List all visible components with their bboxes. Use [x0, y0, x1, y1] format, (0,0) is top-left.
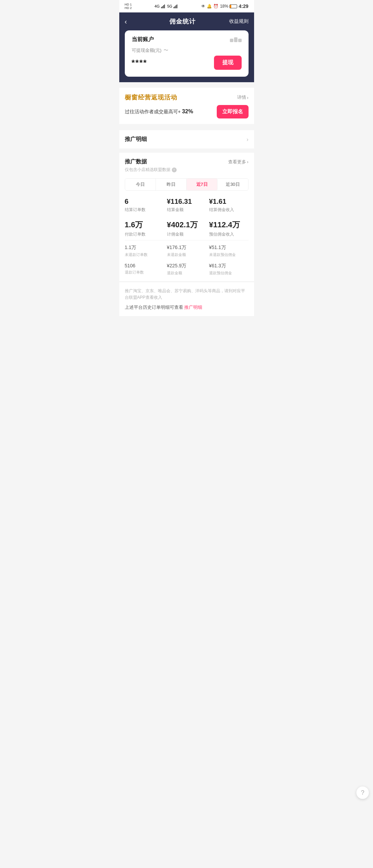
account-label: 当前账户 [132, 36, 154, 43]
chevron-right-icon: › [247, 159, 248, 164]
promo-text: 过往活动作者成交最高可+ 32% [125, 108, 193, 115]
tab-yesterday[interactable]: 昨日 [156, 179, 187, 190]
stat-item-4: ¥402.1万 计佣金额 [167, 220, 206, 237]
nav-bar: ‹ 佣金统计 收益规则 [119, 12, 254, 30]
sub-stat-value-2: ¥51.1万 [209, 245, 249, 251]
stat-item-1: ¥116.31 结算金额 [167, 198, 206, 213]
divider-2 [119, 127, 254, 130]
svg-rect-5 [175, 6, 175, 8]
tab-7days[interactable]: 近7日 [187, 179, 217, 190]
sub-stat-value-1: ¥176.1万 [167, 245, 206, 251]
sub-stat-item-3: 5106 退款订单数 [125, 263, 164, 276]
stats-grid: 6 结算订单数 ¥116.31 结算金额 ¥1.61 结算佣金收入 1.6万 付… [125, 198, 249, 237]
promo-title: 橱窗经营返现活动 [125, 93, 177, 102]
footer-link-row: 上述平台历史订单明细可查看 推广明细 [125, 304, 249, 311]
svg-rect-6 [176, 5, 176, 8]
signal-bars-5g-icon [174, 4, 178, 8]
stats-tabs: 今日 昨日 近7日 近30日 [125, 178, 249, 191]
footer-note: 推广淘宝、京东、唯品会、苏宁易购、洋码头等商品，请到对应平台联盟APP查看收入 … [119, 282, 254, 316]
svg-rect-4 [174, 7, 174, 8]
sub-stat-label-0: 未退款订单数 [125, 252, 164, 257]
stat-value-0: 6 [125, 198, 164, 206]
stats-section: 推广数据 查看更多 › 仅包含小店精选联盟数据 ? 今日 昨日 近7日 近30日… [119, 153, 254, 281]
notification-icon: 🔔 [207, 4, 212, 9]
stat-label-1: 结算金额 [167, 207, 206, 213]
stat-value-3: 1.6万 [125, 220, 164, 230]
sub-stat-item-2: ¥51.1万 未退款预估佣金 [209, 245, 249, 257]
alarm-icon: ⏰ [213, 4, 218, 9]
hide-amount-icon[interactable]: 〜 [164, 47, 168, 54]
back-button[interactable]: ‹ [125, 18, 136, 26]
avatar-block-1 [230, 39, 233, 42]
stat-item-5: ¥112.4万 预估佣金收入 [209, 220, 249, 237]
stat-value-4: ¥402.1万 [167, 220, 206, 230]
chevron-right-icon: › [247, 95, 248, 100]
signal-info: 4G 5G [155, 4, 178, 8]
promo-detail-row[interactable]: 推广明细 › [119, 130, 254, 149]
sub-stat-value-5: ¥61.3万 [209, 263, 249, 269]
time: 4:29 [239, 3, 248, 9]
stat-value-5: ¥112.4万 [209, 220, 249, 230]
stats-title: 推广数据 [125, 158, 147, 165]
divider-1 [119, 82, 254, 85]
account-card: 当前账户 可提现金额(元) 〜 **** 提现 [119, 30, 254, 82]
sub-stat-item-0: 1.1万 未退款订单数 [125, 245, 164, 257]
svg-rect-7 [177, 4, 177, 8]
signal-bars-icon [161, 4, 166, 8]
status-bar: HD 1 HD 2 4G 5G 👁 🔔 ⏰ 18% 4:29 [119, 0, 254, 12]
svg-rect-3 [164, 4, 165, 8]
sub-stat-item-4: ¥225.9万 退款金额 [167, 263, 206, 276]
sub-stat-item-1: ¥176.1万 未退款金额 [167, 245, 206, 257]
promo-detail-link[interactable]: 推广明细 [184, 305, 202, 310]
stat-label-5: 预估佣金收入 [209, 231, 249, 237]
revenue-rules-button[interactable]: 收益规则 [229, 18, 249, 25]
promo-percent: 32% [182, 108, 193, 114]
tab-today[interactable]: 今日 [125, 179, 156, 190]
stat-label-3: 付款订单数 [125, 231, 164, 237]
avatar [230, 37, 242, 42]
eye-status-icon: 👁 [201, 4, 205, 9]
sub-stat-label-5: 退款预估佣金 [209, 270, 249, 276]
stat-item-2: ¥1.61 结算佣金收入 [209, 198, 249, 213]
page-title: 佣金统计 [169, 17, 196, 26]
stat-item-3: 1.6万 付款订单数 [125, 220, 164, 237]
battery-icon [230, 4, 237, 8]
amount-display: **** [132, 58, 147, 68]
sub-stat-label-4: 退款金额 [167, 270, 206, 276]
avatar-block-3 [238, 39, 242, 42]
divider-3 [119, 149, 254, 152]
sub-stat-value-3: 5106 [125, 263, 164, 268]
avatar-block-2 [234, 37, 237, 42]
stat-value-1: ¥116.31 [167, 198, 206, 206]
svg-rect-0 [161, 7, 162, 8]
stats-subtitle-text: 仅包含小店精选联盟数据 [125, 167, 170, 173]
promo-detail-label: 推广明细 [125, 136, 147, 143]
chevron-right-icon: › [246, 136, 248, 143]
sub-stat-value-4: ¥225.9万 [167, 263, 206, 269]
promo-detail-link[interactable]: 详情 › [237, 94, 248, 101]
promo-banner: 橱窗经营返现活动 详情 › 过往活动作者成交最高可+ 32% 立即报名 [119, 88, 254, 124]
stat-label-2: 结算佣金收入 [209, 207, 249, 213]
withdraw-button[interactable]: 提现 [214, 56, 242, 70]
network-info: HD 1 HD 2 [125, 3, 132, 10]
svg-rect-2 [163, 5, 164, 8]
footer-text: 推广淘宝、京东、唯品会、苏宁易购、洋码头等商品，请到对应平台联盟APP查看收入 [125, 288, 249, 301]
sub-stat-label-2: 未退款预估佣金 [209, 252, 249, 257]
signup-button[interactable]: 立即报名 [217, 105, 249, 118]
stat-item-0: 6 结算订单数 [125, 198, 164, 213]
sub-stat-item-5: ¥61.3万 退款预估佣金 [209, 263, 249, 276]
sub-stat-label-1: 未退款金额 [167, 252, 206, 257]
sub-stat-label-3: 退款订单数 [125, 270, 164, 275]
battery-text: 18% [220, 4, 228, 9]
stat-value-2: ¥1.61 [209, 198, 249, 206]
stats-more-button[interactable]: 查看更多 › [228, 159, 248, 165]
tab-30days[interactable]: 近30日 [217, 179, 248, 190]
withdraw-label: 可提现金额(元) [132, 47, 162, 54]
stat-label-4: 计佣金额 [167, 231, 206, 237]
status-right: 👁 🔔 ⏰ 18% 4:29 [201, 3, 248, 9]
stat-label-0: 结算订单数 [125, 207, 164, 213]
svg-rect-1 [162, 6, 163, 8]
sub-stats-grid: 1.1万 未退款订单数 ¥176.1万 未退款金额 ¥51.1万 未退款预估佣金… [125, 240, 249, 276]
sub-stat-value-0: 1.1万 [125, 245, 164, 251]
help-icon[interactable]: ? [172, 168, 177, 172]
